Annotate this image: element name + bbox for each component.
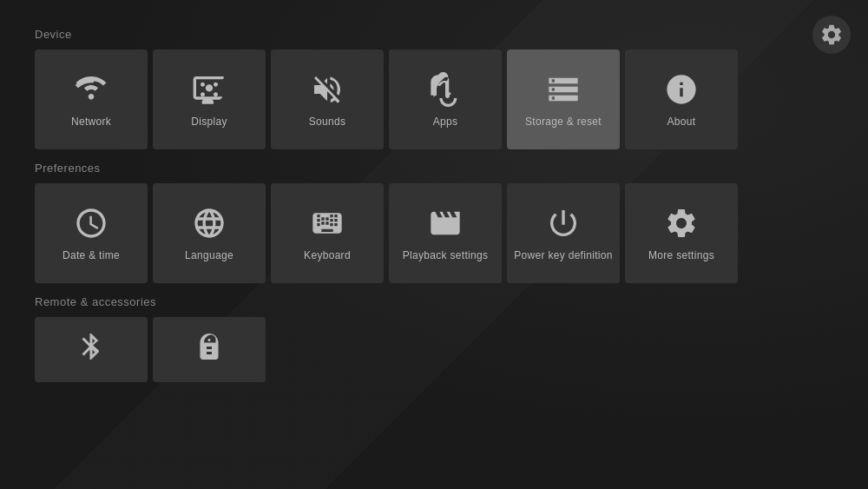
storage-icon xyxy=(546,72,581,107)
about-tile[interactable]: About xyxy=(625,50,738,149)
keyboard-icon xyxy=(310,206,345,241)
playback-label: Playback settings xyxy=(403,249,488,261)
apps-label: Apps xyxy=(433,116,458,128)
language-label: Language xyxy=(185,249,233,261)
keyboard-label: Keyboard xyxy=(304,249,351,261)
network-label: Network xyxy=(71,116,111,128)
preferences-grid: Date & time Language Keyboard Playback s… xyxy=(35,183,833,283)
storage-label: Storage & reset xyxy=(525,116,602,128)
about-label: About xyxy=(667,116,696,128)
device-grid: Network Display Sounds Apps xyxy=(35,50,833,149)
powerkey-icon xyxy=(546,206,581,241)
datetime-tile[interactable]: Date & time xyxy=(35,183,148,283)
network-tile[interactable]: Network xyxy=(35,50,148,149)
playback-icon xyxy=(428,206,463,241)
sounds-icon xyxy=(310,72,345,107)
gear-icon xyxy=(819,23,844,47)
powerkey-tile[interactable]: Power key definition xyxy=(507,183,620,283)
main-content: Device Network Display Sounds xyxy=(0,0,868,400)
storage-tile[interactable]: Storage & reset xyxy=(507,50,620,149)
device-section-label: Device xyxy=(35,28,833,41)
sounds-label: Sounds xyxy=(309,116,346,128)
playback-tile[interactable]: Playback settings xyxy=(389,183,502,283)
more-settings-label: More settings xyxy=(648,249,714,261)
bluetooth-icon xyxy=(76,331,107,368)
remote-icon xyxy=(194,331,225,368)
network-icon xyxy=(74,72,108,107)
bluetooth-tile[interactable] xyxy=(35,317,148,382)
keyboard-tile[interactable]: Keyboard xyxy=(271,183,384,283)
more-settings-icon xyxy=(664,206,699,241)
display-icon xyxy=(192,72,227,107)
language-tile[interactable]: Language xyxy=(153,183,266,283)
gear-button[interactable] xyxy=(812,16,851,54)
remote-section-label: Remote & accessories xyxy=(35,295,833,308)
sounds-tile[interactable]: Sounds xyxy=(271,50,384,149)
display-tile[interactable]: Display xyxy=(153,50,266,149)
datetime-label: Date & time xyxy=(62,249,120,261)
preferences-section-label: Preferences xyxy=(35,162,833,175)
apps-icon xyxy=(428,72,463,107)
about-icon xyxy=(664,72,699,107)
powerkey-label: Power key definition xyxy=(514,249,612,261)
display-label: Display xyxy=(191,116,227,128)
more-settings-tile[interactable]: More settings xyxy=(625,183,738,283)
remote-tile[interactable] xyxy=(153,317,266,382)
apps-tile[interactable]: Apps xyxy=(389,50,502,149)
language-icon xyxy=(192,206,227,241)
remote-grid xyxy=(35,317,833,382)
datetime-icon xyxy=(74,206,108,241)
